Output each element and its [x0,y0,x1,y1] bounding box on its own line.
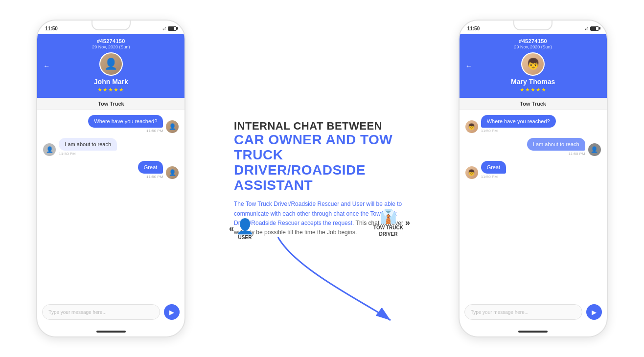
input-area-right: Type your message here... ▶ [460,300,607,327]
avatar-small-user-left: 👤 [166,120,179,133]
msg-bubble: Great [138,161,163,174]
order-date-right: 29 Nov, 2020 (Sun) [514,45,552,49]
title-line1: INTERNAL CHAT BETWEEN [234,120,410,133]
input-area-left: Type your message here... ▶ [37,300,184,327]
message-input-left[interactable]: Type your message here... [42,304,160,320]
avatar-small-user-right: 👦 [465,120,478,133]
double-right-arrow: » [405,218,410,228]
order-date-left: 29 Nov, 2020 (Sun) [92,45,130,49]
battery-icon-right [590,26,599,31]
input-placeholder-left: Type your message here... [48,310,106,315]
avatar-small-driver-left: 👤 [43,143,56,156]
arrow-svg [249,232,415,330]
avatar-small-user2-left: 👤 [166,166,179,179]
driver-label-section: 👔 TOW TRUCKDRIVER » [373,208,410,237]
msg-bubble: Where have you reached? [481,115,556,128]
msg-wrap: Great 11:50 PM [481,161,506,179]
bottom-indicator-left [96,331,126,333]
profile-section-left: 👤 John Mark ★★★★★ [94,52,128,93]
battery-icon [168,26,177,31]
stars-right: ★★★★★ [520,87,547,93]
phone-notch-right [513,21,552,30]
double-left-arrow: « [229,223,234,234]
send-button-left[interactable]: ▶ [164,304,180,320]
bottom-indicator-right [518,331,548,333]
back-arrow-right[interactable]: ← [465,62,472,70]
status-icons-right: ⇌ [585,26,599,31]
msg-wrap: I am about to reach 11:50 PM [527,138,585,156]
msg-time: 11:50 PM [146,129,163,133]
msg-wrap: Great 11:50 PM [138,161,163,179]
status-bar-left: 11:50 ⇌ [37,21,184,34]
avatar-small-driver-right: 👤 [588,143,601,156]
msg-time: 11:50 PM [568,152,585,156]
msg-time: 11:50 PM [481,129,556,133]
status-icons-left: ⇌ [162,26,177,31]
messages-area-left: 👤 Where have you reached? 11:50 PM 👤 I a… [37,110,184,300]
msg-wrap: I am about to reach 11:50 PM [59,138,117,156]
phone-header-left: ← #45274150 29 Nov, 2020 (Sun) 👤 John Ma… [37,34,184,98]
table-row: 👤 I am about to reach 11:50 PM [43,138,179,156]
avatar-small-user2-right: 👦 [465,166,478,179]
table-row: 👤 Great 11:50 PM [43,161,179,179]
wifi-icon-right: ⇌ [585,26,589,31]
msg-time: 11:50 PM [146,175,163,179]
table-row: 👦 Great 11:50 PM [465,161,601,179]
phone-bottom-right [460,327,607,336]
right-phone: 11:50 ⇌ ← #45274150 29 Nov, 2020 (Sun) 👦… [459,20,608,337]
msg-bubble: I am about to reach [527,138,585,151]
center-content: INTERNAL CHAT BETWEEN CAR OWNER AND TOW … [229,115,415,242]
msg-bubble: I am about to reach [59,138,117,151]
order-number-left: #45274150 [97,38,125,44]
message-input-right[interactable]: Type your message here... [464,304,582,320]
title-line2a: CAR OWNER AND TOW TRUCK DRIVER/ROADSIDE … [234,133,410,193]
phone-header-right: ← #45274150 29 Nov, 2020 (Sun) 👦 Mary Th… [460,34,607,98]
driver-icon-row: 👔 TOW TRUCKDRIVER » [373,208,410,237]
msg-time: 11:50 PM [59,152,117,156]
status-time-right: 11:50 [467,26,480,31]
msg-wrap: Where have you reached? 11:50 PM [88,115,163,133]
phone-bottom-left [37,327,184,336]
phone-notch [92,21,131,30]
user-name-right: Mary Thomas [511,78,555,86]
msg-bubble: Where have you reached? [88,115,163,128]
chat-label-right: Tow Truck [460,98,607,110]
msg-wrap: Where have you reached? 11:50 PM [481,115,556,133]
send-button-right[interactable]: ▶ [586,304,602,320]
avatar-left: 👤 [99,52,123,76]
msg-time: 11:50 PM [481,175,506,179]
messages-area-right: 👦 Where have you reached? 11:50 PM 👤 I a… [460,110,607,300]
table-row: 👤 I am about to reach 11:50 PM [465,138,601,156]
user-name-left: John Mark [94,78,128,86]
driver-icon-group: 👔 TOW TRUCKDRIVER [373,208,403,237]
table-row: 👦 Where have you reached? 11:50 PM [465,115,601,133]
avatar-right: 👦 [521,52,545,76]
status-time-left: 11:50 [45,26,58,31]
input-placeholder-right: Type your message here... [471,310,529,315]
table-row: 👤 Where have you reached? 11:50 PM [43,115,179,133]
driver-label-text: TOW TRUCKDRIVER [373,224,403,237]
stars-left: ★★★★★ [97,87,124,93]
order-number-right: #45274150 [519,38,547,44]
status-bar-right: 11:50 ⇌ [460,21,607,34]
profile-section-right: 👦 Mary Thomas ★★★★★ [511,52,555,93]
driver-person-icon: 👔 [380,208,397,224]
chat-label-left: Tow Truck [37,98,184,110]
back-arrow-left[interactable]: ← [43,62,50,70]
wifi-icon: ⇌ [162,26,166,31]
msg-bubble: Great [481,161,506,174]
left-phone: 11:50 ⇌ ← #45274150 29 Nov, 2020 (Sun) 👤… [36,20,185,337]
